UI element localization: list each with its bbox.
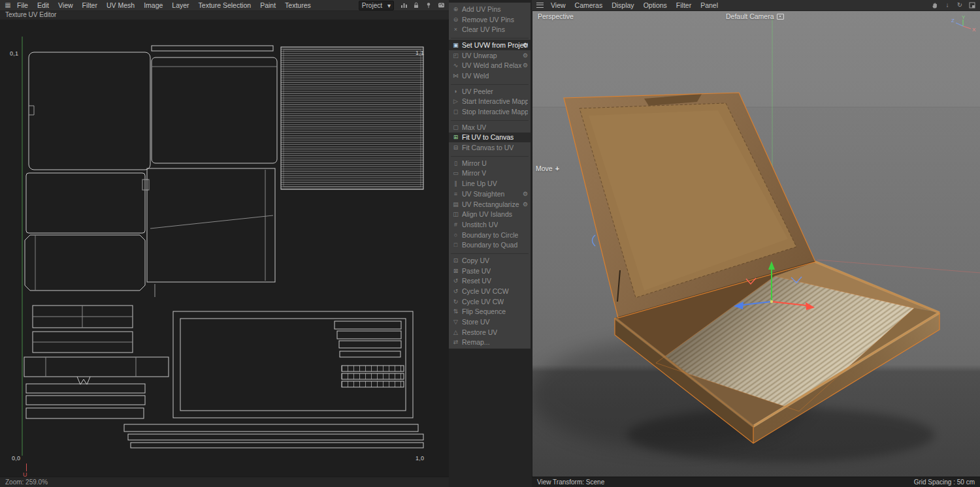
uv-command-flip-sequence[interactable]: ⇅Flip Sequence: [449, 307, 531, 317]
command-label: UV Peeler: [462, 87, 493, 95]
command-label: Remap...: [462, 338, 490, 346]
chart-icon[interactable]: [399, 1, 408, 10]
menu-item-display[interactable]: Display: [607, 1, 638, 10]
uv-command-paste-uv[interactable]: ⊠Paste UV: [449, 266, 531, 276]
sky-band: [532, 10, 980, 107]
uv-command-cycle-uv-cw[interactable]: ↻Cycle UV CW: [449, 296, 531, 307]
uv-command-boundary-to-quad[interactable]: □Boundary to Quad: [449, 240, 531, 250]
menu-item-file[interactable]: File: [12, 1, 33, 10]
hand-icon[interactable]: [930, 1, 939, 10]
project-dropdown[interactable]: Project ▾: [359, 1, 394, 10]
gear-icon[interactable]: ⚙: [523, 62, 528, 69]
uv-weld-icon: ⋈: [451, 72, 460, 79]
max-uv-icon: ▢: [451, 124, 460, 131]
uv-command-uv-straighten[interactable]: ≡UV Straighten⚙: [449, 189, 531, 199]
command-label: UV Straighten: [462, 190, 504, 198]
command-label: Store UV: [462, 318, 490, 326]
uv-command-fit-uv-to-canvas[interactable]: ⊞Fit UV to Canvas: [449, 133, 531, 143]
uv-command-align-uv-islands[interactable]: ◫Align UV Islands: [449, 209, 531, 219]
menu-item-paint[interactable]: Paint: [255, 1, 280, 10]
viewport-menubar: ViewCamerasDisplayOptionsFilterPanel ↓ ↻: [532, 0, 980, 10]
cycle-uv-cw-icon: ↻: [451, 298, 460, 305]
viewport-camera-label[interactable]: Default Camera: [726, 12, 784, 20]
menu-item-view[interactable]: View: [546, 1, 570, 10]
uv-island-edge-strips[interactable]: [335, 321, 404, 387]
store-uv-icon: ▽: [451, 319, 460, 325]
menu-item-filter[interactable]: Filter: [672, 1, 696, 10]
lock-icon[interactable]: [412, 1, 421, 10]
command-label: Mirror U: [462, 159, 487, 167]
menu-item-texture-selection[interactable]: Texture Selection: [194, 1, 256, 10]
uv-command-unstitch-uv[interactable]: #Unstitch UV: [449, 219, 531, 230]
gear-icon[interactable]: ⚙: [523, 201, 528, 208]
menu-item-filter[interactable]: Filter: [78, 1, 102, 10]
uv-command-start-interactive-mapping[interactable]: ▷Start Interactive Mapping: [449, 97, 531, 107]
app-grid-icon[interactable]: ▦: [3, 1, 12, 10]
uv-command-set-uvw-from-projection[interactable]: ▣Set UVW from Projection⚙: [449, 40, 531, 50]
uv-command-uv-rectangularize[interactable]: ▤UV Rectangularize⚙: [449, 199, 531, 210]
commands-separator: [451, 251, 529, 254]
gizmo-center[interactable]: [770, 300, 773, 303]
uv-canvas[interactable]: 0,1 1,1 0,0 1,0 U: [0, 20, 448, 477]
hamburger-menu-icon[interactable]: [536, 3, 544, 8]
uv-command-remap[interactable]: ⇄Remap...: [449, 338, 531, 348]
palette-icon[interactable]: [436, 1, 446, 10]
menu-item-panel[interactable]: Panel: [696, 1, 723, 10]
uv-command-stop-interactive-mapping[interactable]: ◻Stop Interactive Mapping: [449, 106, 531, 117]
menu-item-view[interactable]: View: [54, 1, 78, 10]
uv-command-max-uv[interactable]: ▢Max UV: [449, 122, 531, 133]
uv-command-uv-unwrap[interactable]: ◰UV Unwrap⚙: [449, 50, 531, 61]
view-transform-status: View Transform: Scene: [537, 479, 604, 486]
uv-island-long-strips[interactable]: [124, 424, 423, 448]
uv-command-store-uv[interactable]: ▽Store UV: [449, 317, 531, 327]
command-label: UV Unwrap: [462, 52, 497, 59]
uv-command-line-up-uv[interactable]: ∥Line Up UV: [449, 178, 531, 189]
uv-command-mirror-u[interactable]: ▯Mirror U: [449, 158, 531, 168]
uv-command-uv-weld-and-relax[interactable]: ∿UV Weld and Relax⚙: [449, 60, 531, 71]
left-menubar: FileEditViewFilterUV MeshImageLayerTextu…: [12, 1, 316, 10]
download-arrow-icon[interactable]: ↓: [943, 1, 952, 10]
gear-icon[interactable]: ⚙: [523, 191, 528, 197]
uv-command-copy-uv[interactable]: ⊡Copy UV: [449, 255, 531, 266]
command-label: Restore UV: [462, 328, 497, 336]
uv-command-uv-peeler[interactable]: ◗UV Peeler: [449, 86, 531, 97]
chevron-down-icon: ▾: [387, 2, 391, 9]
uv-command-reset-uv[interactable]: ↺Reset UV: [449, 276, 531, 287]
gear-icon[interactable]: ⚙: [523, 52, 528, 59]
menu-item-textures[interactable]: Textures: [280, 1, 316, 10]
refresh-icon[interactable]: ↻: [955, 1, 964, 10]
uv-command-remove-uv-pins[interactable]: ⊖Remove UV Pins: [449, 14, 531, 25]
menu-item-edit[interactable]: Edit: [33, 1, 54, 10]
menu-item-image[interactable]: Image: [139, 1, 167, 10]
uv-command-clear-uv-pins[interactable]: ×Clear UV Pins: [449, 24, 531, 35]
commands-separator: [451, 153, 529, 157]
viewport-view-label[interactable]: Perspective: [538, 12, 574, 20]
orientation-axis-widget[interactable]: Y Z X: [950, 14, 976, 35]
frame-icon[interactable]: [968, 1, 977, 10]
menu-item-layer[interactable]: Layer: [167, 1, 193, 10]
uv-command-mirror-v[interactable]: ▭Mirror V: [449, 168, 531, 179]
uv-command-fit-canvas-to-uv[interactable]: ⊟Fit Canvas to UV: [449, 142, 531, 153]
pin-icon[interactable]: [424, 1, 433, 10]
uv-command-cycle-uv-ccw[interactable]: ↺Cycle UV CCW: [449, 286, 531, 296]
clear-uv-pins-icon: ×: [451, 26, 460, 33]
gear-icon[interactable]: ⚙: [523, 42, 528, 48]
command-label: Fit Canvas to UV: [462, 144, 514, 151]
uv-command-uv-weld[interactable]: ⋈UV Weld: [449, 71, 531, 81]
uv-island-corrugated[interactable]: [281, 47, 423, 189]
command-label: UV Weld and Relax: [462, 61, 521, 69]
start-interactive-mapping-icon: ▷: [451, 98, 460, 104]
uv-command-add-uv-pins[interactable]: ⊕Add UV Pins: [449, 4, 531, 14]
uv-command-boundary-to-circle[interactable]: ○Boundary to Circle: [449, 230, 531, 240]
menu-item-options[interactable]: Options: [639, 1, 672, 10]
viewport-3d[interactable]: Perspective Default Camera Move + Y Z X: [532, 10, 980, 477]
commands-separator: [451, 35, 529, 39]
uv-command-restore-uv[interactable]: △Restore UV: [449, 327, 531, 338]
uv-island-frame[interactable]: [173, 311, 413, 418]
command-label: Remove UV Pins: [462, 16, 514, 24]
uv-islands[interactable]: [24, 46, 423, 448]
uv-island-flaps[interactable]: [24, 306, 169, 418]
menu-item-uv-mesh[interactable]: UV Mesh: [102, 1, 139, 10]
menu-item-cameras[interactable]: Cameras: [570, 1, 608, 10]
world-x-axis-line: [817, 260, 980, 273]
